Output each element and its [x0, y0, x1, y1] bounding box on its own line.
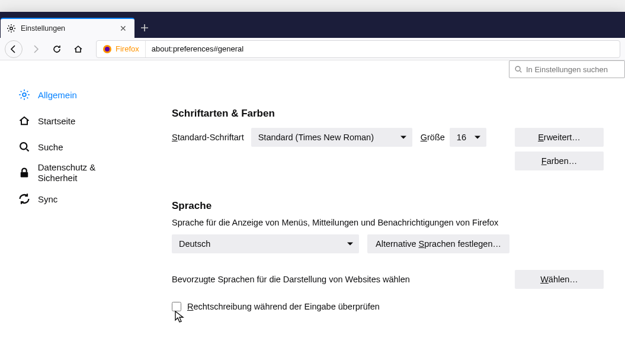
- home-button[interactable]: [70, 41, 86, 57]
- url-input[interactable]: [146, 44, 620, 53]
- svg-point-3: [23, 93, 26, 96]
- alt-languages-button[interactable]: Alternative Sprachen festlegen…: [367, 234, 509, 253]
- preferences-content: Allgemein Startseite Suche Datenschutz &…: [0, 60, 625, 364]
- close-icon[interactable]: ✕: [118, 24, 129, 33]
- default-font-select[interactable]: Standard (Times New Roman): [251, 128, 412, 147]
- svg-rect-5: [21, 172, 28, 178]
- sync-icon: [18, 192, 31, 205]
- choose-languages-button[interactable]: Wählen…: [515, 270, 604, 289]
- svg-point-2: [105, 47, 110, 51]
- new-tab-button[interactable]: [134, 18, 155, 38]
- language-row: Deutsch Alternative Sprachen festlegen…: [172, 234, 604, 253]
- sidebar-item-label: Datenschutz & Sicherheit: [38, 162, 136, 183]
- colors-button[interactable]: Farben…: [515, 152, 604, 170]
- nav-toolbar: Firefox: [0, 38, 625, 60]
- font-size-label: Größe: [421, 133, 445, 142]
- svg-point-0: [10, 27, 13, 30]
- forward-button[interactable]: [27, 41, 44, 57]
- sidebar-item-search[interactable]: Suche: [18, 134, 136, 160]
- language-desc: Sprache für die Anzeige von Menüs, Mitte…: [172, 218, 604, 227]
- sidebar-item-label: Sync: [38, 194, 57, 204]
- home-icon: [18, 114, 31, 127]
- lock-icon: [18, 166, 31, 179]
- cursor-icon: [174, 310, 185, 323]
- url-identity-box[interactable]: Firefox: [97, 41, 146, 57]
- url-brand: Firefox: [116, 44, 139, 53]
- window-titlebar: [0, 12, 625, 18]
- spellcheck-label: Rechtschreibung während der Eingabe über…: [187, 302, 380, 311]
- sidebar-item-label: Suche: [38, 142, 63, 152]
- url-bar[interactable]: Firefox: [96, 40, 620, 58]
- firefox-icon: [102, 44, 112, 54]
- preferences-search-input[interactable]: [526, 65, 625, 74]
- language-heading: Sprache: [172, 200, 604, 212]
- browser-window: Einstellungen ✕ Firefox: [0, 12, 625, 364]
- preferred-languages-desc: Bevorzugte Sprachen für die Darstellung …: [172, 275, 410, 284]
- tab-active[interactable]: Einstellungen ✕: [1, 18, 134, 38]
- search-icon: [514, 65, 523, 73]
- ui-language-select[interactable]: Deutsch: [172, 234, 359, 253]
- tab-strip: Einstellungen ✕: [0, 18, 625, 38]
- preferences-sidebar: Allgemein Startseite Suche Datenschutz &…: [0, 60, 136, 364]
- back-button[interactable]: [5, 40, 23, 58]
- fonts-row: Standard-Schriftart Standard (Times New …: [172, 128, 604, 147]
- reload-button[interactable]: [49, 41, 65, 57]
- svg-point-6: [515, 66, 520, 71]
- font-size-select[interactable]: 16: [450, 128, 486, 147]
- advanced-fonts-button[interactable]: Erweitert…: [515, 128, 604, 147]
- preferences-main: Schriftarten & Farben Standard-Schriftar…: [136, 60, 625, 364]
- default-font-label: Standard-Schriftart: [172, 133, 244, 142]
- sidebar-item-privacy[interactable]: Datenschutz & Sicherheit: [18, 160, 136, 186]
- preferences-search[interactable]: [509, 60, 625, 78]
- tab-title: Einstellungen: [21, 24, 118, 33]
- sidebar-item-general[interactable]: Allgemein: [18, 82, 136, 108]
- sidebar-item-label: Allgemein: [38, 90, 77, 100]
- search-icon: [18, 140, 31, 153]
- gear-icon: [7, 24, 16, 33]
- sidebar-item-sync[interactable]: Sync: [18, 186, 136, 212]
- sidebar-item-home[interactable]: Startseite: [18, 108, 136, 134]
- spellcheck-row: Rechtschreibung während der Eingabe über…: [172, 302, 604, 311]
- svg-point-4: [20, 143, 27, 149]
- sidebar-item-label: Startseite: [38, 116, 75, 126]
- gear-icon: [18, 88, 31, 101]
- fonts-heading: Schriftarten & Farben: [172, 108, 604, 120]
- preferred-languages-row: Bevorzugte Sprachen für die Darstellung …: [172, 270, 604, 289]
